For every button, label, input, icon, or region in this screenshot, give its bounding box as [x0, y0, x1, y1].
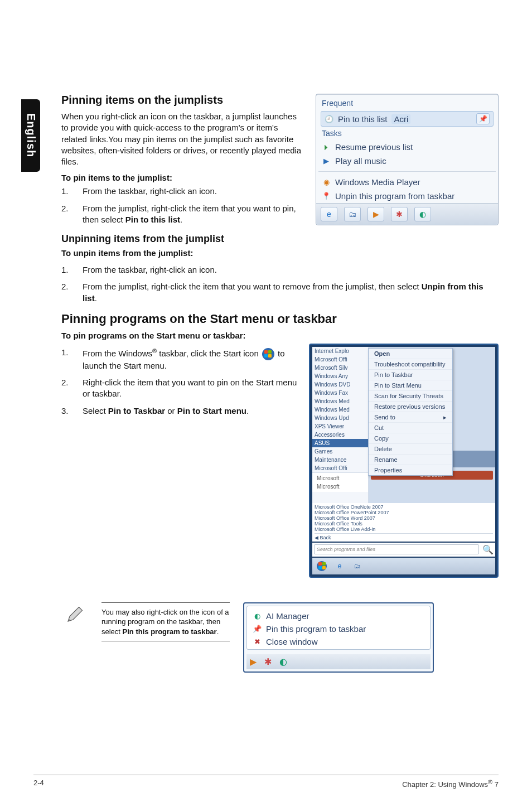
pin-steps: 1. From the taskbar, right-click an icon…: [61, 186, 306, 225]
start-orb-icon[interactable]: [316, 560, 328, 572]
startmenu-search-input[interactable]: Search programs and files: [314, 544, 479, 554]
note-tail: .: [217, 627, 219, 636]
clock-icon: 🕘: [325, 114, 333, 123]
chapter-text: Chapter 2: Using Windows: [402, 780, 488, 789]
startmenu-item[interactable]: Windows Med: [312, 397, 368, 405]
ctx-pin-startmenu[interactable]: Pin to Start Menu: [369, 380, 452, 391]
ctx-properties[interactable]: Properties: [369, 465, 452, 475]
jumplist-task-playall-label: Play all music: [335, 156, 386, 166]
jumplist-unpin-row[interactable]: 📍 Unpin this program from taskbar: [316, 189, 498, 203]
step-number: 2.: [61, 203, 83, 226]
screenshot-pin-to-taskbar: ◐ AI Manager 📌 Pin this program to taskb…: [243, 602, 434, 673]
jumplist-task-playall[interactable]: ▶ Play all music: [316, 154, 498, 168]
ctx-open[interactable]: Open: [369, 349, 452, 359]
ctx-sendto[interactable]: Send to▸: [369, 412, 452, 423]
taskbar-explorer-icon[interactable]: 🗂: [344, 207, 361, 221]
unpin-icon: 📍: [322, 192, 331, 201]
startmenu-item-selected[interactable]: ASUS: [312, 439, 368, 447]
startmenu-office-item[interactable]: Microsoft Office Word 2007: [315, 515, 493, 521]
taskbar-app2-icon[interactable]: ◐: [279, 656, 287, 667]
ctx-pin-taskbar[interactable]: Pin to Taskbar: [369, 370, 452, 380]
note-box: You may also right-click on the icon of …: [101, 602, 230, 642]
startmenu-office-item[interactable]: Microsoft Office OneNote 2007: [315, 504, 493, 510]
pin-toggle-icon[interactable]: 📌: [476, 113, 490, 124]
pin-taskbar-strip: ▶ ✱ ◐: [246, 654, 431, 669]
jumplist-selected-item[interactable]: 🕘 Pin to this list Acri 📌: [321, 111, 494, 127]
jumplist-app-row[interactable]: ◉ Windows Media Player: [316, 175, 498, 189]
jumplist-group-frequent: Frequent: [316, 98, 498, 110]
howto-unpin-title: To unpin items from the jumplist:: [61, 248, 306, 258]
pin-step-2: From the jumplist, right-click the item …: [83, 203, 306, 226]
ctx-restore[interactable]: Restore previous versions: [369, 402, 452, 412]
taskbar-app1-icon[interactable]: ✱: [264, 656, 272, 667]
startmenu-item[interactable]: Windows Upd: [312, 414, 368, 422]
pin-app-label: AI Manager: [266, 611, 309, 621]
step-number: 2.: [61, 281, 83, 304]
close-window-label: Close window: [266, 637, 318, 646]
close-icon: ✖: [253, 637, 262, 646]
startmenu-office-item[interactable]: Microsoft Office Tools: [315, 521, 493, 526]
howto-pin-title: To pin items to the jumplist:: [61, 173, 306, 182]
unpin-step-2: From the jumplist, right-click the item …: [83, 281, 499, 304]
unpin-step-2-text: From the jumplist, right-click the item …: [83, 282, 422, 291]
taskbar-ie-icon[interactable]: e: [321, 207, 337, 221]
startmenu-subitem[interactable]: Microsoft: [315, 474, 366, 482]
startmenu-item[interactable]: Windows Any: [312, 372, 368, 380]
startmenu-item[interactable]: Windows DVD: [312, 380, 368, 389]
startmenu-item[interactable]: Maintenance: [312, 456, 368, 464]
startmenu-subitem[interactable]: Microsoft: [315, 482, 366, 491]
jumplist-task-resume-label: Resume previous list: [335, 142, 413, 152]
taskbar-ie-icon[interactable]: e: [333, 560, 346, 572]
ctx-copy[interactable]: Copy: [369, 433, 452, 444]
startmenu-item[interactable]: Microsoft Silv: [312, 364, 368, 372]
startmenu-step-3-tail: .: [246, 406, 249, 416]
pin-action-row[interactable]: 📌 Pin this program to taskbar: [249, 622, 428, 635]
pin-app-row[interactable]: ◐ AI Manager: [249, 610, 428, 622]
close-window-row[interactable]: ✖ Close window: [249, 635, 428, 648]
startmenu-item[interactable]: XPS Viewer: [312, 422, 368, 431]
taskbar-app2-icon[interactable]: ◐: [414, 207, 431, 221]
startmenu-item[interactable]: Accessories: [312, 431, 368, 439]
language-tab: English: [21, 99, 40, 172]
pin-step-2-tail: .: [180, 215, 182, 224]
ctx-rename[interactable]: Rename: [369, 455, 452, 465]
startmenu-item[interactable]: Microsoft Offi: [312, 464, 368, 472]
note-pencil-icon: [61, 602, 88, 625]
heading-pinning-startmenu: Pinning programs on the Start menu or ta…: [61, 312, 499, 326]
step-number: 1.: [61, 347, 83, 371]
ctx-cut[interactable]: Cut: [369, 423, 452, 433]
startmenu-item[interactable]: Internet Explo: [312, 347, 368, 355]
taskbar-wmp-icon[interactable]: ▶: [367, 207, 384, 221]
jumplist-task-resume[interactable]: ⏵ Resume previous list: [316, 140, 498, 154]
startmenu-steps: 1. From the Windows® taskbar, click the …: [61, 347, 299, 417]
startmenu-back[interactable]: Back: [320, 535, 331, 540]
startmenu-office-item[interactable]: Microsoft Office PowerPoint 2007: [315, 510, 493, 515]
intro-pinning-jumplists: When you right-click an icon on the task…: [61, 111, 306, 167]
pin-action-label: Pin this program to taskbar: [266, 624, 366, 634]
step-number: 1.: [61, 186, 83, 197]
step-number: 3.: [61, 405, 83, 417]
pin-step-2-bold: Pin to this list: [125, 215, 180, 224]
play-icon: ▶: [322, 157, 331, 166]
ctx-delete[interactable]: Delete: [369, 444, 452, 455]
startmenu-item[interactable]: Games: [312, 447, 368, 456]
ctx-troubleshoot[interactable]: Troubleshoot compatibility: [369, 359, 452, 370]
startmenu-item[interactable]: Windows Fax: [312, 389, 368, 397]
taskbar-wmp-icon[interactable]: ▶: [250, 656, 257, 667]
howto-startmenu-title: To pin programs on the Start menu or tas…: [61, 331, 499, 340]
startmenu-step-3a: Select: [83, 406, 108, 416]
startmenu-item[interactable]: Microsoft Offi: [312, 355, 368, 364]
search-icon: 🔍: [482, 544, 494, 555]
startmenu-office-item[interactable]: Microsoft Office Live Add-in: [315, 526, 493, 532]
startmenu-item[interactable]: Windows Med: [312, 405, 368, 414]
start-orb-icon: [262, 348, 274, 360]
jumplist-group-tasks: Tasks: [316, 128, 498, 140]
wmp-icon: ◉: [322, 178, 331, 187]
startmenu-left-panel: Internet Explo Microsoft Offi Microsoft …: [312, 347, 369, 503]
ctx-scan[interactable]: Scan for Security Threats: [369, 391, 452, 402]
startmenu-context-menu: Open Troubleshoot compatibility Pin to T…: [368, 348, 453, 476]
taskbar-app1-icon[interactable]: ✱: [391, 207, 408, 221]
registered-symbol: ®: [488, 779, 492, 785]
startmenu-step-1: From the Windows® taskbar, click the Sta…: [83, 347, 299, 371]
taskbar-explorer-icon[interactable]: 🗂: [351, 560, 364, 572]
